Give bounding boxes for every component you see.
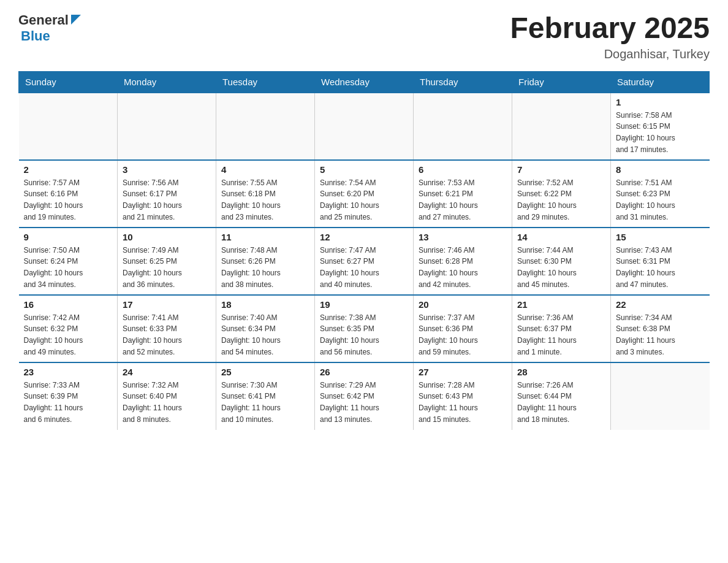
calendar-cell: 5Sunrise: 7:54 AMSunset: 6:20 PMDaylight… xyxy=(315,160,414,228)
day-info: Sunrise: 7:29 AMSunset: 6:42 PMDaylight:… xyxy=(320,380,408,425)
day-info: Sunrise: 7:51 AMSunset: 6:23 PMDaylight:… xyxy=(616,177,705,223)
day-info: Sunrise: 7:50 AMSunset: 6:24 PMDaylight:… xyxy=(24,245,113,290)
day-number: 25 xyxy=(221,367,309,377)
day-info: Sunrise: 7:58 AMSunset: 6:15 PMDaylight:… xyxy=(616,110,705,155)
day-number: 21 xyxy=(517,299,605,310)
day-info: Sunrise: 7:28 AMSunset: 6:43 PMDaylight:… xyxy=(419,380,507,425)
day-info: Sunrise: 7:54 AMSunset: 6:20 PMDaylight:… xyxy=(320,177,408,223)
day-number: 20 xyxy=(419,299,507,310)
calendar-cell: 23Sunrise: 7:33 AMSunset: 6:39 PMDayligh… xyxy=(19,362,118,430)
day-header-wednesday: Wednesday xyxy=(315,71,414,93)
calendar-cell xyxy=(118,93,216,160)
calendar-week-row: 2Sunrise: 7:57 AMSunset: 6:16 PMDaylight… xyxy=(19,160,710,228)
day-number: 5 xyxy=(320,164,408,175)
calendar-cell xyxy=(414,93,512,160)
calendar-cell: 28Sunrise: 7:26 AMSunset: 6:44 PMDayligh… xyxy=(512,362,611,430)
page-header: General Blue February 2025 Doganhisar, T… xyxy=(18,12,710,61)
calendar-cell: 22Sunrise: 7:34 AMSunset: 6:38 PMDayligh… xyxy=(611,295,710,362)
day-info: Sunrise: 7:55 AMSunset: 6:18 PMDaylight:… xyxy=(221,177,309,223)
calendar-cell: 15Sunrise: 7:43 AMSunset: 6:31 PMDayligh… xyxy=(611,228,710,295)
day-number: 3 xyxy=(123,164,211,175)
day-number: 24 xyxy=(123,367,211,377)
calendar-cell: 21Sunrise: 7:36 AMSunset: 6:37 PMDayligh… xyxy=(512,295,611,362)
calendar-cell: 12Sunrise: 7:47 AMSunset: 6:27 PMDayligh… xyxy=(315,228,414,295)
calendar-cell: 8Sunrise: 7:51 AMSunset: 6:23 PMDaylight… xyxy=(611,160,710,228)
calendar-cell: 10Sunrise: 7:49 AMSunset: 6:25 PMDayligh… xyxy=(118,228,216,295)
logo-general-text: General xyxy=(18,12,69,28)
day-number: 16 xyxy=(24,299,113,310)
calendar-cell: 3Sunrise: 7:56 AMSunset: 6:17 PMDaylight… xyxy=(118,160,216,228)
day-number: 10 xyxy=(123,232,211,242)
day-info: Sunrise: 7:42 AMSunset: 6:32 PMDaylight:… xyxy=(24,312,113,358)
calendar-cell: 25Sunrise: 7:30 AMSunset: 6:41 PMDayligh… xyxy=(216,362,315,430)
day-number: 15 xyxy=(616,232,705,242)
day-number: 22 xyxy=(616,299,705,310)
day-info: Sunrise: 7:48 AMSunset: 6:26 PMDaylight:… xyxy=(221,245,309,290)
day-number: 17 xyxy=(123,299,211,310)
day-number: 26 xyxy=(320,367,408,377)
calendar-cell xyxy=(611,362,710,430)
calendar-cell: 18Sunrise: 7:40 AMSunset: 6:34 PMDayligh… xyxy=(216,295,315,362)
day-info: Sunrise: 7:34 AMSunset: 6:38 PMDaylight:… xyxy=(616,312,705,358)
day-info: Sunrise: 7:40 AMSunset: 6:34 PMDaylight:… xyxy=(221,312,309,358)
calendar-table: SundayMondayTuesdayWednesdayThursdayFrid… xyxy=(18,71,710,430)
calendar-subtitle: Doganhisar, Turkey xyxy=(510,47,710,61)
day-info: Sunrise: 7:38 AMSunset: 6:35 PMDaylight:… xyxy=(320,312,408,358)
day-info: Sunrise: 7:36 AMSunset: 6:37 PMDaylight:… xyxy=(517,312,605,358)
calendar-title-section: February 2025 Doganhisar, Turkey xyxy=(510,12,710,61)
calendar-cell: 1Sunrise: 7:58 AMSunset: 6:15 PMDaylight… xyxy=(611,93,710,160)
day-number: 23 xyxy=(24,367,113,377)
calendar-cell: 4Sunrise: 7:55 AMSunset: 6:18 PMDaylight… xyxy=(216,160,315,228)
calendar-cell xyxy=(512,93,611,160)
calendar-cell: 13Sunrise: 7:46 AMSunset: 6:28 PMDayligh… xyxy=(414,228,512,295)
calendar-cell xyxy=(19,93,118,160)
day-info: Sunrise: 7:32 AMSunset: 6:40 PMDaylight:… xyxy=(123,380,211,425)
calendar-cell: 27Sunrise: 7:28 AMSunset: 6:43 PMDayligh… xyxy=(414,362,512,430)
calendar-cell: 9Sunrise: 7:50 AMSunset: 6:24 PMDaylight… xyxy=(19,228,118,295)
day-info: Sunrise: 7:56 AMSunset: 6:17 PMDaylight:… xyxy=(123,177,211,223)
day-header-monday: Monday xyxy=(118,71,216,93)
day-info: Sunrise: 7:46 AMSunset: 6:28 PMDaylight:… xyxy=(419,245,507,290)
day-number: 12 xyxy=(320,232,408,242)
day-info: Sunrise: 7:47 AMSunset: 6:27 PMDaylight:… xyxy=(320,245,408,290)
day-number: 7 xyxy=(517,164,605,175)
day-number: 18 xyxy=(221,299,309,310)
day-info: Sunrise: 7:26 AMSunset: 6:44 PMDaylight:… xyxy=(517,380,605,425)
calendar-week-row: 23Sunrise: 7:33 AMSunset: 6:39 PMDayligh… xyxy=(19,362,710,430)
day-number: 8 xyxy=(616,164,705,175)
day-number: 28 xyxy=(517,367,605,377)
day-info: Sunrise: 7:30 AMSunset: 6:41 PMDaylight:… xyxy=(221,380,309,425)
calendar-week-row: 16Sunrise: 7:42 AMSunset: 6:32 PMDayligh… xyxy=(19,295,710,362)
day-number: 11 xyxy=(221,232,309,242)
calendar-cell: 16Sunrise: 7:42 AMSunset: 6:32 PMDayligh… xyxy=(19,295,118,362)
day-number: 27 xyxy=(419,367,507,377)
day-info: Sunrise: 7:33 AMSunset: 6:39 PMDaylight:… xyxy=(24,380,113,425)
day-number: 13 xyxy=(419,232,507,242)
day-info: Sunrise: 7:52 AMSunset: 6:22 PMDaylight:… xyxy=(517,177,605,223)
calendar-week-row: 9Sunrise: 7:50 AMSunset: 6:24 PMDaylight… xyxy=(19,228,710,295)
calendar-cell: 19Sunrise: 7:38 AMSunset: 6:35 PMDayligh… xyxy=(315,295,414,362)
calendar-cell: 26Sunrise: 7:29 AMSunset: 6:42 PMDayligh… xyxy=(315,362,414,430)
logo: General Blue xyxy=(18,12,82,44)
day-number: 14 xyxy=(517,232,605,242)
calendar-cell: 17Sunrise: 7:41 AMSunset: 6:33 PMDayligh… xyxy=(118,295,216,362)
day-number: 1 xyxy=(616,97,705,107)
day-header-thursday: Thursday xyxy=(414,71,512,93)
day-info: Sunrise: 7:49 AMSunset: 6:25 PMDaylight:… xyxy=(123,245,211,290)
calendar-cell: 11Sunrise: 7:48 AMSunset: 6:26 PMDayligh… xyxy=(216,228,315,295)
day-number: 2 xyxy=(24,164,113,175)
day-info: Sunrise: 7:57 AMSunset: 6:16 PMDaylight:… xyxy=(24,177,113,223)
day-info: Sunrise: 7:37 AMSunset: 6:36 PMDaylight:… xyxy=(419,312,507,358)
calendar-header-row: SundayMondayTuesdayWednesdayThursdayFrid… xyxy=(19,71,710,93)
day-header-tuesday: Tuesday xyxy=(216,71,315,93)
day-info: Sunrise: 7:41 AMSunset: 6:33 PMDaylight:… xyxy=(123,312,211,358)
day-number: 6 xyxy=(419,164,507,175)
day-header-friday: Friday xyxy=(512,71,611,93)
calendar-cell: 24Sunrise: 7:32 AMSunset: 6:40 PMDayligh… xyxy=(118,362,216,430)
calendar-cell: 14Sunrise: 7:44 AMSunset: 6:30 PMDayligh… xyxy=(512,228,611,295)
day-info: Sunrise: 7:44 AMSunset: 6:30 PMDaylight:… xyxy=(517,245,605,290)
svg-marker-0 xyxy=(71,15,81,25)
calendar-cell: 2Sunrise: 7:57 AMSunset: 6:16 PMDaylight… xyxy=(19,160,118,228)
calendar-cell: 7Sunrise: 7:52 AMSunset: 6:22 PMDaylight… xyxy=(512,160,611,228)
day-info: Sunrise: 7:53 AMSunset: 6:21 PMDaylight:… xyxy=(419,177,507,223)
